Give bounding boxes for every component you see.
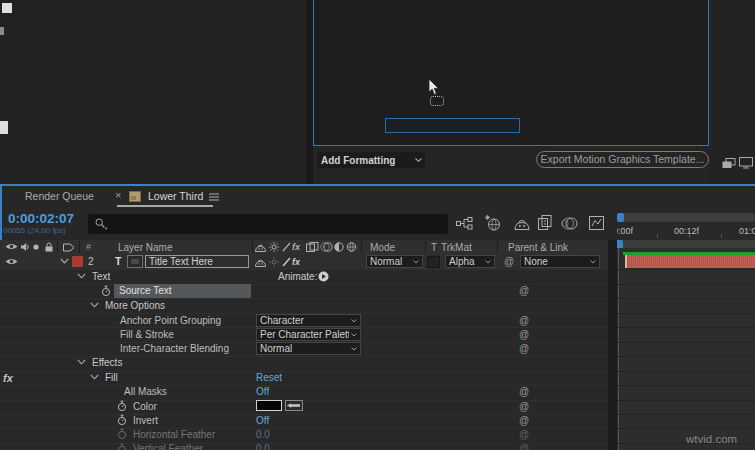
effects-column-icon[interactable]: fx [292, 242, 300, 252]
tab-render-queue[interactable]: Render Queue [10, 187, 105, 207]
vertical-feather-stopwatch-icon[interactable] [117, 443, 127, 450]
tab-close-icon[interactable]: × [115, 190, 121, 201]
text-group-label[interactable]: Text [92, 272, 110, 282]
fill-reset-link[interactable]: Reset [256, 373, 282, 383]
export-mgt-button[interactable]: Export Motion Graphics Template... [536, 151, 709, 168]
audio-speaker-column-icon[interactable] [20, 242, 30, 252]
layer-label-color-swatch[interactable] [72, 256, 83, 267]
layer-visibility-eye-icon[interactable] [5, 257, 18, 266]
layer-number-column-header[interactable]: # [86, 243, 91, 252]
graph-editor-icon[interactable] [589, 216, 604, 230]
invert-value[interactable]: Off [256, 416, 269, 426]
motion-blur-column-icon[interactable] [320, 242, 333, 252]
eyedropper-button[interactable] [285, 400, 303, 411]
fill-group-chevron-icon[interactable] [90, 374, 99, 380]
track-row-line [617, 284, 755, 285]
work-area-bar[interactable] [617, 240, 755, 248]
layer-expand-chevron-icon[interactable] [60, 258, 69, 264]
playhead-line[interactable] [618, 248, 619, 450]
pickwhip-icon[interactable]: @ [519, 387, 529, 397]
anchor-point-grouping-dropdown[interactable]: Character [256, 314, 361, 327]
parent-link-column-header[interactable]: Parent & Link [508, 243, 568, 253]
pickwhip-icon[interactable]: @ [519, 430, 529, 440]
lock-column-icon[interactable] [44, 242, 54, 252]
shy-column-icon[interactable] [255, 243, 266, 252]
effects-group-chevron-icon[interactable] [77, 359, 86, 365]
time-navigator-handle[interactable] [617, 213, 624, 222]
layer-quality-switch-icon[interactable] [282, 257, 291, 267]
panel-menu-icon[interactable] [209, 193, 219, 201]
left-panel [0, 0, 306, 184]
search-input[interactable] [112, 216, 444, 233]
track-row-line [617, 356, 755, 357]
blend-mode-dropdown[interactable]: Normal [366, 255, 423, 268]
motion-blur-icon[interactable] [561, 217, 578, 230]
quality-column-icon[interactable] [282, 242, 291, 252]
pickwhip-icon[interactable]: @ [519, 402, 529, 412]
text-group-chevron-icon[interactable] [77, 273, 86, 279]
collapse-transformations-column-icon[interactable] [269, 242, 279, 252]
ruler-tick [721, 235, 722, 238]
color-stopwatch-icon[interactable] [117, 400, 127, 412]
layer-name-field[interactable]: Title Text Here [145, 255, 249, 268]
mode-column-header[interactable]: Mode [370, 243, 395, 253]
time-navigator-bar[interactable] [617, 213, 755, 222]
monitor-icon[interactable] [739, 157, 753, 169]
label-color-column-icon[interactable] [63, 243, 75, 252]
preserve-transparency-checkbox[interactable] [427, 256, 440, 268]
trkmat-column-header[interactable]: TrkMat [441, 243, 472, 253]
t-column-header[interactable]: T [431, 243, 437, 253]
horizontal-feather-value[interactable]: 0.0 [256, 430, 270, 440]
source-text-selected-highlight[interactable]: Source Text [114, 284, 251, 298]
anchor-point-grouping-label: Anchor Point Grouping [120, 316, 221, 326]
pickwhip-icon[interactable]: @ [519, 416, 529, 426]
invert-stopwatch-icon[interactable] [117, 414, 127, 426]
horizontal-feather-stopwatch-icon[interactable] [117, 428, 127, 440]
layers-stack-icon[interactable] [722, 158, 736, 169]
frame-blending-icon[interactable] [538, 215, 553, 231]
current-timecode[interactable]: 0:00:02:07 [8, 211, 74, 226]
panel-edge-icon [0, 121, 8, 134]
timeline-search-box[interactable] [88, 214, 448, 234]
time-ruler[interactable]: 0:00f 00:12f 01:00f [617, 222, 755, 240]
3d-layer-column-icon[interactable] [346, 242, 357, 252]
solo-column-icon[interactable] [33, 244, 39, 250]
trkmat-dropdown[interactable]: Alpha [445, 255, 495, 268]
layer-collapse-switch-icon[interactable] [269, 257, 279, 267]
drop-target-rect[interactable] [385, 118, 520, 133]
fill-group-label[interactable]: Fill [105, 373, 118, 383]
frame-blend-column-icon[interactable] [306, 242, 319, 252]
layer-shy-switch-icon[interactable] [255, 258, 266, 267]
color-swatch[interactable] [256, 400, 282, 411]
adjustment-layer-column-icon[interactable] [334, 242, 344, 252]
pickwhip-icon[interactable]: @ [519, 344, 529, 354]
inter-character-blending-label: Inter-Character Blending [120, 344, 229, 354]
layer-fx-switch-icon[interactable]: fx [292, 257, 300, 267]
animate-menu-button[interactable] [318, 271, 329, 282]
all-masks-value[interactable]: Off [256, 387, 269, 397]
parent-link-dropdown[interactable]: None [520, 255, 600, 268]
draft-3d-icon[interactable] [484, 215, 501, 231]
fill-stroke-dropdown[interactable]: Per Character Palette [256, 328, 361, 341]
active-tab-underline [117, 205, 213, 207]
add-formatting-dropdown[interactable]: Add Formatting [318, 152, 425, 168]
vertical-feather-value[interactable]: 0.0 [256, 444, 270, 450]
pickwhip-icon[interactable]: @ [519, 444, 529, 450]
mini-flowchart-icon[interactable] [456, 217, 473, 230]
layer-duration-bar[interactable] [625, 255, 755, 268]
inter-character-blending-dropdown[interactable]: Normal [256, 342, 361, 355]
video-eye-column-icon[interactable] [5, 242, 18, 251]
more-options-label[interactable]: More Options [105, 301, 165, 311]
inter-character-blending-value: Normal [260, 343, 292, 354]
more-options-chevron-icon[interactable] [90, 302, 99, 308]
parent-pickwhip-icon[interactable]: @ [504, 257, 514, 267]
effects-group-label[interactable]: Effects [92, 358, 122, 368]
layer-name-column-header[interactable]: Layer Name [118, 243, 172, 253]
tab-lower-third[interactable]: × Lower Third [110, 187, 225, 207]
pickwhip-icon[interactable]: @ [519, 330, 529, 340]
pickwhip-icon[interactable]: @ [519, 316, 529, 326]
pickwhip-icon[interactable]: @ [519, 286, 529, 296]
source-text-stopwatch-icon[interactable] [101, 285, 111, 297]
track-area[interactable] [617, 248, 755, 450]
shy-layers-icon[interactable] [514, 218, 530, 230]
